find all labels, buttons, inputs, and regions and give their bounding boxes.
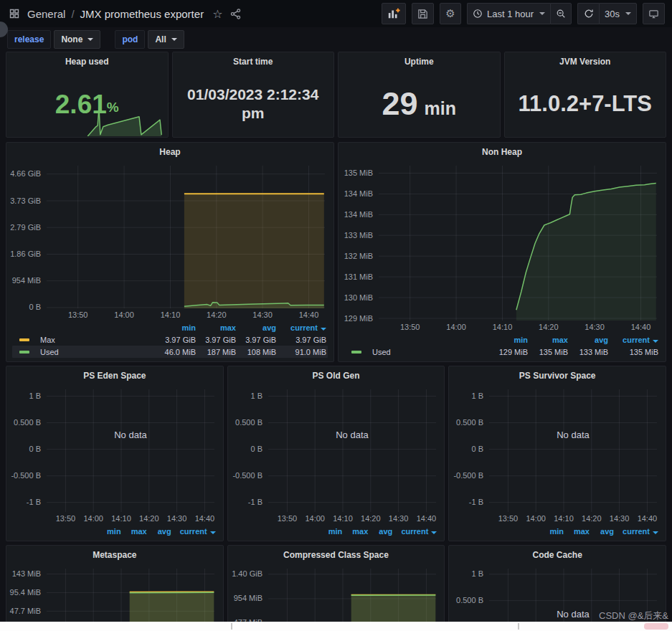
- svg-text:1 B: 1 B: [250, 392, 262, 400]
- panel-title[interactable]: JVM Version: [505, 52, 666, 71]
- legend-header: minmaxavgcurrent: [344, 333, 660, 346]
- chart-svg[interactable]: 13:5014:0014:1014:2014:3014:40-1 B-0.500…: [449, 385, 666, 525]
- clock-icon: [473, 9, 483, 19]
- panel-start-time: Start time 01/03/2023 2:12:34 pm: [172, 52, 335, 138]
- variable-pod-value[interactable]: All: [148, 30, 184, 49]
- panel-title[interactable]: Metaspace: [6, 546, 223, 564]
- time-range-button[interactable]: Last 1 hour: [467, 3, 550, 24]
- panel-title[interactable]: Compressed Class Space: [228, 546, 445, 564]
- legend-sort-current[interactable]: current: [614, 527, 658, 536]
- ps-eden-legend: minmaxavgcurrent: [6, 525, 223, 541]
- stat-unit: %: [107, 98, 119, 118]
- svg-text:-1 B: -1 B: [247, 498, 262, 506]
- legend-sort-avg[interactable]: avg: [590, 527, 614, 536]
- series-Max: [184, 194, 324, 308]
- svg-text:14:30: 14:30: [252, 310, 273, 319]
- legend-sort-avg[interactable]: avg: [236, 323, 276, 332]
- chart-svg[interactable]: 13:5014:0014:1014:2014:3014:40-1 B-0.500…: [228, 385, 445, 525]
- variable-release-label[interactable]: release: [7, 30, 51, 49]
- axis-labels: 13:5014:0014:1014:2014:3014:40-1 B-0.500…: [232, 392, 436, 523]
- panel-title[interactable]: Code Cache: [449, 546, 666, 564]
- heap-chart[interactable]: 13:5014:0014:1014:2014:3014:400 B954 MiB…: [6, 161, 333, 321]
- add-panel-button[interactable]: [382, 3, 406, 24]
- panel-title[interactable]: PS Eden Space: [6, 366, 223, 385]
- panel-title[interactable]: Non Heap: [339, 143, 666, 161]
- legend-value-max: 3.97 GiB: [196, 336, 236, 344]
- svg-text:95.4 MiB: 95.4 MiB: [10, 588, 41, 597]
- refresh-interval-button[interactable]: 30s: [599, 3, 637, 24]
- panel-title[interactable]: Heap used: [6, 52, 168, 71]
- legend-sort-min[interactable]: min: [97, 527, 121, 536]
- legend-sort-avg[interactable]: avg: [368, 527, 392, 536]
- non-heap-chart[interactable]: 13:5014:0014:1014:2014:3014:40129 MiB130…: [339, 161, 666, 333]
- panel-compressed-class-space: Compressed Class Space 13:5014:0014:1014…: [227, 545, 445, 631]
- svg-text:14:20: 14:20: [582, 514, 602, 523]
- panel-title[interactable]: PS Survivor Space: [449, 366, 666, 385]
- legend-sort-max[interactable]: max: [528, 336, 568, 344]
- ps-old-gen-chart[interactable]: 13:5014:0014:1014:2014:3014:40-1 B-0.500…: [228, 385, 445, 525]
- svg-text:14:00: 14:00: [446, 323, 466, 331]
- svg-text:1 B: 1 B: [29, 392, 41, 400]
- series-name[interactable]: Max: [40, 336, 55, 344]
- legend-sort-min[interactable]: min: [318, 527, 342, 536]
- svg-text:133 MiB: 133 MiB: [344, 231, 373, 239]
- chart-svg[interactable]: 13:5014:0014:1014:2014:3014:40-1 B-0.500…: [6, 385, 223, 525]
- save-dashboard-button[interactable]: [412, 3, 434, 24]
- legend-value-current: 135 MiB: [608, 348, 658, 356]
- breadcrumb-section[interactable]: General: [27, 8, 65, 20]
- svg-text:14:00: 14:00: [305, 514, 325, 523]
- variable-release-value[interactable]: None: [54, 30, 100, 49]
- svg-text:14:10: 14:10: [161, 310, 181, 319]
- chevron-down-icon: [321, 328, 326, 331]
- legend-sort-current[interactable]: current: [171, 527, 216, 536]
- chart-svg[interactable]: 13:5014:0014:1014:2014:3014:400 B954 MiB…: [6, 161, 333, 321]
- legend-sort-current[interactable]: current: [392, 527, 437, 536]
- ps-survivor-chart[interactable]: 13:5014:0014:1014:2014:3014:40-1 B-0.500…: [449, 385, 666, 525]
- apps-grid-icon[interactable]: [7, 6, 22, 21]
- dashboard-settings-button[interactable]: ⚙: [440, 3, 461, 24]
- no-data-label: No data: [557, 430, 590, 440]
- legend-value-current: 3.97 GiB: [276, 336, 326, 344]
- legend-sort-avg[interactable]: avg: [568, 336, 608, 344]
- ps-row: PS Eden Space 13:5014:0014:1014:2014:301…: [6, 366, 666, 541]
- panel-title[interactable]: Start time: [173, 52, 334, 71]
- series-name[interactable]: Used: [372, 348, 391, 356]
- grid: [47, 389, 214, 512]
- svg-text:0 B: 0 B: [250, 445, 262, 453]
- svg-text:14:00: 14:00: [83, 514, 103, 523]
- legend-sort-max[interactable]: max: [342, 527, 368, 536]
- svg-text:143 MiB: 143 MiB: [12, 569, 41, 578]
- zoom-out-time-button[interactable]: [550, 3, 572, 24]
- legend-sort-current[interactable]: current: [276, 323, 326, 332]
- share-icon[interactable]: [228, 6, 242, 21]
- series-color-swatch[interactable]: [351, 351, 361, 354]
- series-color-swatch[interactable]: [19, 338, 29, 341]
- panel-title[interactable]: Heap: [6, 143, 333, 161]
- legend-sort-max[interactable]: max: [196, 323, 236, 332]
- tv-mode-button[interactable]: [643, 3, 665, 24]
- refresh-interval-label: 30s: [605, 9, 620, 19]
- chart-svg[interactable]: 13:5014:0014:1014:2014:3014:40129 MiB130…: [339, 161, 666, 333]
- refresh-button[interactable]: [577, 3, 599, 24]
- legend-sort-min[interactable]: min: [488, 336, 528, 344]
- ps-eden-chart[interactable]: 13:5014:0014:1014:2014:3014:40-1 B-0.500…: [6, 385, 223, 525]
- legend-sort-max[interactable]: max: [564, 527, 590, 536]
- svg-text:1.86 GiB: 1.86 GiB: [10, 250, 41, 258]
- stat-body: 01/03/2023 2:12:34 pm: [173, 71, 334, 137]
- legend-sort-min[interactable]: min: [539, 527, 564, 536]
- legend-sort-max[interactable]: max: [121, 527, 147, 536]
- panel-title[interactable]: PS Old Gen: [228, 366, 445, 385]
- panel-title[interactable]: Uptime: [339, 52, 500, 71]
- svg-text:0 B: 0 B: [29, 303, 41, 311]
- svg-text:14:10: 14:10: [493, 323, 513, 331]
- series-name[interactable]: Used: [40, 348, 59, 356]
- heap-used-value: 2.61 %: [55, 91, 119, 118]
- legend-sort-min[interactable]: min: [156, 323, 196, 332]
- legend-sort-avg[interactable]: avg: [147, 527, 171, 536]
- svg-text:13:50: 13:50: [56, 514, 76, 523]
- legend-sort-current[interactable]: current: [608, 336, 658, 344]
- series-color-swatch[interactable]: [19, 351, 29, 354]
- variable-pod-label[interactable]: pod: [115, 30, 145, 49]
- dashboard-title[interactable]: JMX prometheus exporter: [80, 8, 204, 20]
- star-favorite-icon[interactable]: ☆: [212, 7, 222, 21]
